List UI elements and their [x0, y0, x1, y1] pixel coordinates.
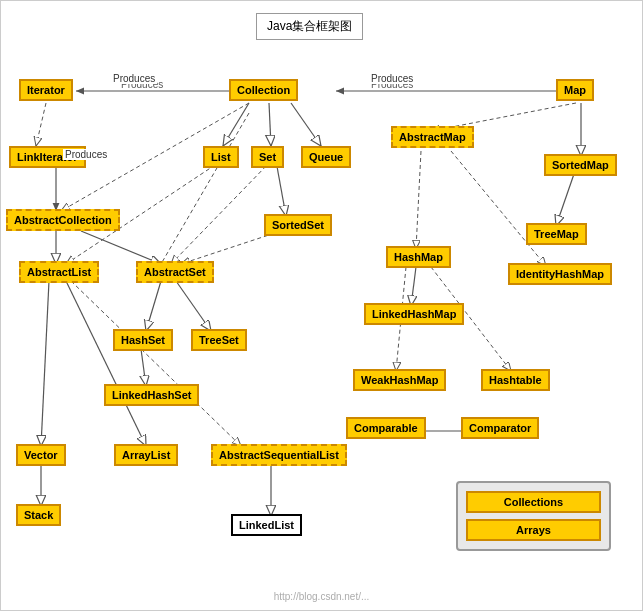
node-map: Map [556, 79, 594, 101]
title-box: Java集合框架图 [256, 13, 363, 40]
svg-line-18 [66, 281, 146, 446]
svg-line-31 [161, 113, 249, 264]
node-arraylist: ArrayList [114, 444, 178, 466]
node-arrays: Arrays [466, 519, 601, 541]
svg-line-8 [81, 231, 161, 264]
svg-line-24 [416, 151, 421, 249]
node-identityhashmap: IdentityHashMap [508, 263, 612, 285]
svg-line-19 [71, 281, 241, 446]
node-queue: Queue [301, 146, 351, 168]
node-stack: Stack [16, 504, 61, 526]
node-hashtable: Hashtable [481, 369, 550, 391]
node-set: Set [251, 146, 284, 168]
title-text: Java集合框架图 [267, 19, 352, 33]
node-linkedhashmap: LinkedHashMap [364, 303, 464, 325]
svg-line-6 [291, 103, 321, 146]
svg-line-15 [176, 281, 211, 331]
node-linkedhashset: LinkedHashSet [104, 384, 199, 406]
svg-line-29 [451, 151, 546, 266]
node-treemap: TreeMap [526, 223, 587, 245]
svg-line-17 [41, 281, 49, 446]
produces-2: Produces [369, 73, 415, 84]
node-sortedset: SortedSet [264, 214, 332, 236]
node-abstractmap: AbstractMap [391, 126, 474, 148]
node-comparator: Comparator [461, 417, 539, 439]
diagram-container: Java集合框架图 Produces Produces Produces Ite… [0, 0, 643, 611]
node-abstractset: AbstractSet [136, 261, 214, 283]
node-weakhasmap: WeakHashMap [353, 369, 446, 391]
svg-line-5 [269, 103, 271, 146]
node-iterator: Iterator [19, 79, 73, 101]
node-comparable: Comparable [346, 417, 426, 439]
produces-1: Produces [111, 73, 157, 84]
svg-line-11 [171, 161, 271, 264]
node-collections: Collections [466, 491, 601, 513]
node-abstractlist: AbstractList [19, 261, 99, 283]
node-list: List [203, 146, 239, 168]
node-linkedlist: LinkedList [231, 514, 302, 536]
produces-3: Produces [63, 149, 109, 160]
watermark: http://blog.csdn.net/... [274, 591, 370, 602]
node-vector: Vector [16, 444, 66, 466]
svg-line-4 [223, 103, 249, 146]
legend-box: Collections Arrays [456, 481, 611, 551]
node-treeset: TreeSet [191, 329, 247, 351]
svg-line-2 [36, 103, 46, 146]
svg-line-12 [276, 161, 286, 216]
svg-line-14 [146, 281, 161, 331]
svg-line-16 [141, 349, 146, 386]
node-hashset: HashSet [113, 329, 173, 351]
svg-line-26 [411, 267, 416, 306]
node-abstractcollection: AbstractCollection [6, 209, 120, 231]
svg-line-25 [556, 174, 574, 226]
node-hashmap: HashMap [386, 246, 451, 268]
node-collection: Collection [229, 79, 298, 101]
node-abstractsequentiallist: AbstractSequentialList [211, 444, 347, 466]
node-sortedmap: SortedMap [544, 154, 617, 176]
